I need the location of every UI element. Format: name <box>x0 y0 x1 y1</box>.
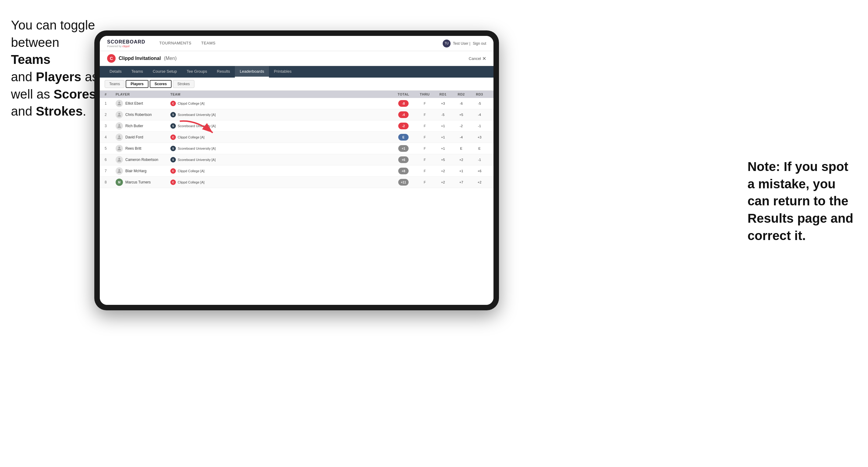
rd2-cell: -2 <box>452 124 470 128</box>
col-rank: # <box>105 92 116 96</box>
rd1-cell: +1 <box>434 135 452 139</box>
rd1-cell: +5 <box>434 158 452 161</box>
total-cell: -2 <box>391 123 415 129</box>
rd1-cell: +2 <box>434 180 452 184</box>
total-cell: +1 <box>391 145 415 152</box>
thru-cell: F <box>415 147 434 150</box>
nav-teams[interactable]: TEAMS <box>196 36 220 51</box>
player-name: Blair McHarg <box>125 169 146 173</box>
tab-printables[interactable]: Printables <box>269 66 296 77</box>
sub-nav: Details Teams Course Setup Tee Groups Re… <box>100 66 494 77</box>
tab-results[interactable]: Results <box>212 66 235 77</box>
rd2-cell: +5 <box>452 113 470 117</box>
rank-cell: 2 <box>105 113 116 117</box>
tab-course-setup[interactable]: Course Setup <box>148 66 182 77</box>
toggle-players[interactable]: Players <box>126 80 149 88</box>
toggle-scores[interactable]: Scores <box>150 80 172 88</box>
team-cell: C Clippd College [A] <box>170 134 391 140</box>
player-cell: M Marcus Turners <box>116 179 170 186</box>
nav-tournaments[interactable]: TOURNAMENTS <box>155 36 196 51</box>
rd3-cell: -4 <box>470 113 489 117</box>
toggle-bar: Teams Players Scores Strokes <box>100 77 494 91</box>
rd2-cell: -6 <box>452 102 470 105</box>
toggle-strokes[interactable]: Strokes <box>173 80 194 88</box>
table-row: 4 David Ford C Clippd College [A] E F +1… <box>100 132 494 143</box>
svg-point-2 <box>118 124 120 126</box>
team-cell: S Scoreboard University [A] <box>170 123 391 129</box>
rd1-cell: +3 <box>434 102 452 105</box>
table-row: 5 Rees Britt S Scoreboard University [A]… <box>100 143 494 154</box>
tab-details[interactable]: Details <box>105 66 127 77</box>
rd2-cell: -4 <box>452 135 470 139</box>
logo-sub: Powered by clippd <box>107 45 146 48</box>
player-name: David Ford <box>125 135 143 139</box>
rank-cell: 3 <box>105 124 116 128</box>
leaderboard-table: # PLAYER TEAM TOTAL THRU RD1 RD2 RD3 1 E… <box>100 91 494 305</box>
rd3-cell: -5 <box>470 102 489 105</box>
col-rd2: RD2 <box>452 92 470 96</box>
toggle-teams[interactable]: Teams <box>105 80 124 88</box>
player-cell: Rees Britt <box>116 145 170 152</box>
left-text-line3: and Players as <box>11 70 98 84</box>
sign-out-link[interactable]: Sign out <box>473 41 486 45</box>
total-cell: +6 <box>391 156 415 163</box>
team-cell: S Scoreboard University [A] <box>170 146 391 151</box>
tournament-title: C Clippd Invitational (Men) <box>107 54 177 63</box>
thru-cell: F <box>415 169 434 173</box>
right-text: Note: If you spot a mistake, you can ret… <box>747 159 854 243</box>
player-name: Elliot Ebert <box>125 101 143 105</box>
svg-point-1 <box>118 113 120 115</box>
player-name: Chris Robertson <box>125 113 152 117</box>
rank-cell: 8 <box>105 180 116 184</box>
rd3-cell: -1 <box>470 158 489 161</box>
table-row: 8 M Marcus Turners C Clippd College [A] … <box>100 177 494 188</box>
team-cell: C Clippd College [A] <box>170 101 391 106</box>
col-rd3: RD3 <box>470 92 489 96</box>
player-cell: Rich Butler <box>116 122 170 130</box>
rd3-cell: E <box>470 147 489 150</box>
thru-cell: F <box>415 113 434 117</box>
col-rd1: RD1 <box>434 92 452 96</box>
table-row: 2 Chris Robertson S Scoreboard Universit… <box>100 109 494 121</box>
rd3-cell: +2 <box>470 180 489 184</box>
player-cell: Elliot Ebert <box>116 100 170 107</box>
thru-cell: F <box>415 124 434 128</box>
rd2-cell: +2 <box>452 158 470 161</box>
player-name: Rees Britt <box>125 146 142 151</box>
thru-cell: F <box>415 180 434 184</box>
rd1-cell: +2 <box>434 169 452 173</box>
tab-teams[interactable]: Teams <box>127 66 148 77</box>
rank-cell: 5 <box>105 146 116 151</box>
col-thru: THRU <box>415 92 434 96</box>
tournament-gender: (Men) <box>164 56 177 61</box>
rd3-cell: +3 <box>470 135 489 139</box>
total-cell: -4 <box>391 111 415 118</box>
player-cell: Blair McHarg <box>116 167 170 175</box>
left-text-line1: You can toggle <box>11 18 95 32</box>
nav-links: TOURNAMENTS TEAMS <box>155 36 443 51</box>
table-row: 3 Rich Butler S Scoreboard University [A… <box>100 121 494 132</box>
rd2-cell: E <box>452 147 470 150</box>
team-cell: C Clippd College [A] <box>170 168 391 174</box>
total-cell: +8 <box>391 168 415 174</box>
rank-cell: 7 <box>105 169 116 173</box>
rd3-cell: -1 <box>470 124 489 128</box>
cancel-button[interactable]: Cancel ✕ <box>469 56 486 61</box>
team-cell: C Clippd College [A] <box>170 180 391 185</box>
rank-cell: 4 <box>105 135 116 139</box>
tab-leaderboards[interactable]: Leaderboards <box>235 66 269 77</box>
rd1-cell: +1 <box>434 147 452 150</box>
left-text-line2: between Teams <box>11 35 59 67</box>
rd2-cell: +7 <box>452 180 470 184</box>
thru-cell: F <box>415 135 434 139</box>
player-name: Cameron Robertson <box>125 158 158 162</box>
table-body: 1 Elliot Ebert C Clippd College [A] -8 F… <box>100 98 494 188</box>
table-row: 6 Cameron Robertson S Scoreboard Univers… <box>100 154 494 165</box>
col-team: TEAM <box>170 92 391 96</box>
player-name: Rich Butler <box>125 124 143 128</box>
rd3-cell: +6 <box>470 169 489 173</box>
svg-point-6 <box>118 169 120 171</box>
tab-tee-groups[interactable]: Tee Groups <box>182 66 212 77</box>
player-cell: David Ford <box>116 133 170 141</box>
right-annotation: Note: If you spot a mistake, you can ret… <box>747 158 857 244</box>
